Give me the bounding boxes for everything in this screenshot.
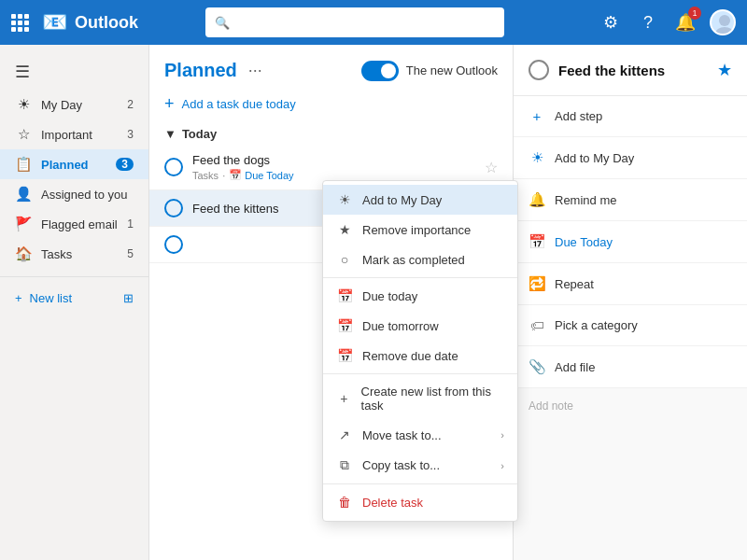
category-icon: 🏷 xyxy=(529,317,545,333)
calendar-due-icon: 📅 xyxy=(529,233,545,250)
right-repeat[interactable]: 🔁 Repeat xyxy=(514,263,747,305)
toggle-switch[interactable] xyxy=(361,61,399,81)
cal-remove-icon: 📅 xyxy=(336,348,353,363)
move-icon: ↗ xyxy=(336,427,353,442)
sidebar-item-my-day[interactable]: ☀ My Day 2 xyxy=(0,90,148,119)
star-cm-icon: ★ xyxy=(336,222,353,237)
sidebar-item-assigned[interactable]: 👤 Assigned to you xyxy=(0,179,148,209)
repeat-icon: 🔁 xyxy=(529,275,545,292)
sun-cm-icon: ☀ xyxy=(336,192,353,207)
right-add-step[interactable]: + Add step xyxy=(514,96,747,137)
right-task-circle[interactable] xyxy=(529,60,549,80)
more-options-icon[interactable]: ··· xyxy=(248,61,262,80)
task-circle-empty[interactable] xyxy=(164,235,183,254)
sidebar-count-important: 3 xyxy=(127,128,134,141)
sidebar-label-tasks: Tasks xyxy=(41,247,72,261)
cm-remove-importance[interactable]: ★ Remove importance xyxy=(323,215,517,245)
today-section-header[interactable]: ▼ Today xyxy=(149,119,513,145)
cm-divider-3 xyxy=(323,483,517,484)
cm-add-to-my-day[interactable]: ☀ Add to My Day xyxy=(323,185,517,215)
add-task-row[interactable]: + Add a task due today xyxy=(149,89,513,119)
planned-icon: 📋 xyxy=(15,156,32,173)
cm-remove-importance-label: Remove importance xyxy=(362,223,471,237)
add-file-label: Add file xyxy=(555,360,595,374)
cm-divider-1 xyxy=(323,277,517,278)
cm-due-today[interactable]: 📅 Due today xyxy=(323,281,517,311)
sidebar-label-planned: Planned xyxy=(41,158,89,172)
add-task-label: Add a task due today xyxy=(182,97,296,111)
hamburger-icon[interactable]: ☰ xyxy=(0,54,148,90)
sidebar-count-planned: 3 xyxy=(116,158,134,171)
sun-right-icon: ☀ xyxy=(529,149,545,166)
notification-icon[interactable]: 🔔 1 xyxy=(672,9,698,35)
cm-move-arrow: › xyxy=(500,429,504,441)
plus-icon: + xyxy=(15,291,22,305)
sidebar-item-planned[interactable]: 📋 Planned 3 xyxy=(0,149,148,179)
help-icon[interactable]: ? xyxy=(635,9,661,35)
due-today-text: Due Today xyxy=(245,170,293,181)
plus-list-icon: + xyxy=(336,391,352,406)
right-star-icon[interactable]: ★ xyxy=(717,60,732,80)
new-outlook-label: The new Outlook xyxy=(406,63,498,77)
right-category[interactable]: 🏷 Pick a category xyxy=(514,305,747,346)
sidebar-item-flagged[interactable]: 🚩 Flagged email 1 xyxy=(0,209,148,239)
search-bar[interactable]: 🔍 xyxy=(205,7,504,37)
cm-delete-task[interactable]: 🗑 Delete task xyxy=(323,487,517,517)
cm-remove-due-label: Remove due date xyxy=(362,349,458,363)
sidebar-item-tasks[interactable]: 🏠 Tasks 5 xyxy=(0,239,148,269)
cm-copy-task[interactable]: ⧉ Copy task to... › xyxy=(323,450,517,481)
cm-due-today-label: Due today xyxy=(362,289,417,303)
cm-remove-due[interactable]: 📅 Remove due date xyxy=(323,341,517,371)
note-text: Add note xyxy=(529,399,573,413)
category-label: Pick a category xyxy=(555,318,638,332)
note-placeholder[interactable]: Add note xyxy=(514,388,747,424)
task-star-dogs[interactable]: ☆ xyxy=(485,159,498,176)
sidebar-divider xyxy=(0,276,148,277)
right-add-file[interactable]: 📎 Add file xyxy=(514,346,747,388)
add-step-icon: + xyxy=(529,108,545,124)
notif-badge: 1 xyxy=(688,7,701,20)
svg-point-0 xyxy=(719,15,730,26)
sidebar-label-my-day: My Day xyxy=(41,98,82,112)
right-due[interactable]: 📅 Due Today xyxy=(514,221,747,263)
due-today-badge: 📅 Due Today xyxy=(229,169,293,181)
sun-icon: ☀ xyxy=(15,96,32,113)
middle-panel: Planned ··· The new Outlook + Add a task… xyxy=(149,45,514,560)
cm-copy-arrow: › xyxy=(500,460,504,471)
cm-create-list[interactable]: + Create new list from this task xyxy=(323,377,517,420)
sidebar-label-assigned: Assigned to you xyxy=(41,188,128,202)
cm-move-task[interactable]: ↗ Move task to... › xyxy=(323,420,517,450)
calendar-icon: 📅 xyxy=(229,169,242,181)
waffle-icon[interactable] xyxy=(11,14,29,32)
new-outlook-toggle[interactable]: The new Outlook xyxy=(361,61,498,81)
sidebar-item-important[interactable]: ☆ Important 3 xyxy=(0,119,148,149)
task-circle-kittens[interactable] xyxy=(164,199,183,217)
right-remind[interactable]: 🔔 Remind me xyxy=(514,179,747,221)
flag-icon: 🚩 xyxy=(15,216,32,232)
cm-create-list-label: Create new list from this task xyxy=(361,385,504,413)
task-list-label: Tasks xyxy=(192,170,218,181)
sidebar-count-my-day: 2 xyxy=(127,98,134,111)
star-icon: ☆ xyxy=(15,126,32,143)
right-add-my-day[interactable]: ☀ Add to My Day xyxy=(514,137,747,179)
avatar[interactable] xyxy=(710,9,736,35)
cm-mark-complete[interactable]: ○ Mark as completed xyxy=(323,245,517,274)
svg-point-1 xyxy=(715,27,734,35)
bell-icon: 🔔 xyxy=(529,191,545,208)
search-input[interactable] xyxy=(235,16,495,30)
repeat-label: Repeat xyxy=(555,277,594,291)
cm-copy-label: Copy task to... xyxy=(362,458,440,472)
due-label: Due Today xyxy=(555,235,613,249)
new-list-button[interactable]: + New list ⊞ xyxy=(0,285,148,312)
sidebar-label-flagged: Flagged email xyxy=(41,217,118,231)
app-logo: 📧 Outlook xyxy=(42,10,154,35)
topbar: 📧 Outlook 🔍 ⚙ ? 🔔 1 xyxy=(0,0,747,45)
sidebar-label-important: Important xyxy=(41,128,92,142)
cm-divider-2 xyxy=(323,373,517,374)
chevron-down-icon: ▼ xyxy=(164,127,176,141)
settings-icon[interactable]: ⚙ xyxy=(598,9,624,35)
cm-due-tomorrow[interactable]: 📅 Due tomorrow xyxy=(323,311,517,341)
task-circle[interactable] xyxy=(164,158,183,176)
cm-move-label: Move task to... xyxy=(362,428,442,442)
remind-label: Remind me xyxy=(555,193,616,207)
